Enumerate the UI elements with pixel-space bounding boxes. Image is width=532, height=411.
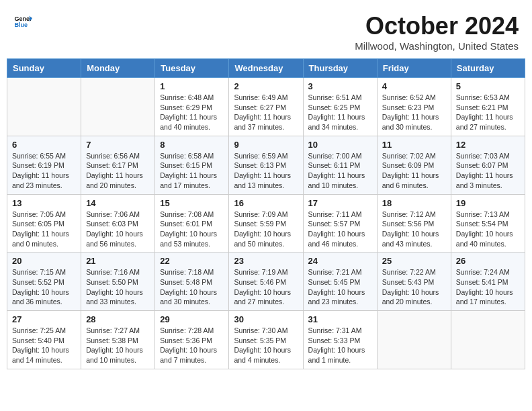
- calendar-cell: 6Sunrise: 6:55 AMSunset: 6:19 PMDaylight…: [7, 136, 81, 194]
- calendar-week-row: 1Sunrise: 6:48 AMSunset: 6:29 PMDaylight…: [7, 78, 525, 136]
- day-info: Sunrise: 7:22 AMSunset: 5:43 PMDaylight:…: [382, 267, 446, 307]
- calendar-cell: 16Sunrise: 7:09 AMSunset: 5:59 PMDayligh…: [229, 194, 303, 253]
- day-number: 15: [160, 198, 224, 208]
- calendar-cell: 26Sunrise: 7:24 AMSunset: 5:41 PMDayligh…: [451, 253, 525, 311]
- calendar-cell: 1Sunrise: 6:48 AMSunset: 6:29 PMDaylight…: [155, 78, 229, 136]
- calendar-cell: 30Sunrise: 7:30 AMSunset: 5:35 PMDayligh…: [229, 311, 303, 369]
- day-number: 30: [234, 314, 298, 324]
- day-number: 4: [382, 81, 446, 91]
- calendar-cell: 25Sunrise: 7:22 AMSunset: 5:43 PMDayligh…: [377, 253, 451, 311]
- day-info: Sunrise: 6:55 AMSunset: 6:19 PMDaylight:…: [12, 151, 76, 191]
- day-info: Sunrise: 7:05 AMSunset: 6:05 PMDaylight:…: [12, 210, 76, 249]
- weekday-header: Saturday: [451, 59, 525, 78]
- day-number: 12: [456, 140, 520, 150]
- day-info: Sunrise: 7:09 AMSunset: 5:59 PMDaylight:…: [234, 210, 298, 249]
- day-info: Sunrise: 7:30 AMSunset: 5:35 PMDaylight:…: [234, 326, 298, 365]
- day-info: Sunrise: 7:02 AMSunset: 6:09 PMDaylight:…: [382, 151, 446, 191]
- day-info: Sunrise: 7:16 AMSunset: 5:50 PMDaylight:…: [86, 267, 150, 307]
- day-number: 10: [308, 140, 372, 150]
- day-info: Sunrise: 6:48 AMSunset: 6:29 PMDaylight:…: [160, 93, 224, 132]
- calendar-cell: 12Sunrise: 7:03 AMSunset: 6:07 PMDayligh…: [451, 136, 525, 194]
- calendar-header-row: SundayMondayTuesdayWednesdayThursdayFrid…: [7, 59, 525, 78]
- month-title: October 2024: [355, 12, 519, 40]
- calendar-week-row: 20Sunrise: 7:15 AMSunset: 5:52 PMDayligh…: [7, 253, 525, 311]
- calendar-cell: [7, 78, 81, 136]
- day-number: 9: [234, 140, 298, 150]
- calendar-cell: 8Sunrise: 6:58 AMSunset: 6:15 PMDaylight…: [155, 136, 229, 194]
- svg-text:Blue: Blue: [14, 21, 28, 28]
- day-number: 27: [12, 314, 76, 324]
- calendar-cell: 17Sunrise: 7:11 AMSunset: 5:57 PMDayligh…: [303, 194, 377, 253]
- day-info: Sunrise: 6:53 AMSunset: 6:21 PMDaylight:…: [456, 93, 520, 132]
- weekday-header: Wednesday: [229, 59, 303, 78]
- calendar-cell: 24Sunrise: 7:21 AMSunset: 5:45 PMDayligh…: [303, 253, 377, 311]
- day-number: 18: [382, 198, 446, 208]
- calendar-cell: 15Sunrise: 7:08 AMSunset: 6:01 PMDayligh…: [155, 194, 229, 253]
- day-number: 13: [12, 198, 76, 208]
- day-number: 28: [86, 314, 150, 324]
- day-info: Sunrise: 7:06 AMSunset: 6:03 PMDaylight:…: [86, 210, 150, 249]
- weekday-header: Monday: [81, 59, 155, 78]
- day-info: Sunrise: 7:19 AMSunset: 5:46 PMDaylight:…: [234, 267, 298, 307]
- calendar-cell: 27Sunrise: 7:25 AMSunset: 5:40 PMDayligh…: [7, 311, 81, 369]
- weekday-header: Sunday: [7, 59, 81, 78]
- calendar-cell: 22Sunrise: 7:18 AMSunset: 5:48 PMDayligh…: [155, 253, 229, 311]
- day-info: Sunrise: 7:15 AMSunset: 5:52 PMDaylight:…: [12, 267, 76, 307]
- day-number: 1: [160, 81, 224, 91]
- calendar-cell: 20Sunrise: 7:15 AMSunset: 5:52 PMDayligh…: [7, 253, 81, 311]
- calendar-cell: [451, 311, 525, 369]
- calendar-week-row: 27Sunrise: 7:25 AMSunset: 5:40 PMDayligh…: [7, 311, 525, 369]
- page-header: General Blue October 2024 Millwood, Wash…: [7, 7, 525, 54]
- calendar-cell: 29Sunrise: 7:28 AMSunset: 5:36 PMDayligh…: [155, 311, 229, 369]
- day-number: 7: [86, 140, 150, 150]
- day-info: Sunrise: 7:00 AMSunset: 6:11 PMDaylight:…: [308, 151, 372, 191]
- weekday-header: Thursday: [303, 59, 377, 78]
- calendar-cell: 11Sunrise: 7:02 AMSunset: 6:09 PMDayligh…: [377, 136, 451, 194]
- logo: General Blue: [13, 12, 32, 31]
- day-info: Sunrise: 7:08 AMSunset: 6:01 PMDaylight:…: [160, 210, 224, 249]
- day-info: Sunrise: 6:49 AMSunset: 6:27 PMDaylight:…: [234, 93, 298, 132]
- day-number: 21: [86, 256, 150, 266]
- calendar-cell: 28Sunrise: 7:27 AMSunset: 5:38 PMDayligh…: [81, 311, 155, 369]
- calendar-cell: 31Sunrise: 7:31 AMSunset: 5:33 PMDayligh…: [303, 311, 377, 369]
- day-number: 24: [308, 256, 372, 266]
- calendar-cell: 13Sunrise: 7:05 AMSunset: 6:05 PMDayligh…: [7, 194, 81, 253]
- day-number: 31: [308, 314, 372, 324]
- day-info: Sunrise: 7:27 AMSunset: 5:38 PMDaylight:…: [86, 326, 150, 365]
- title-block: October 2024 Millwood, Washington, Unite…: [355, 12, 519, 52]
- day-info: Sunrise: 7:28 AMSunset: 5:36 PMDaylight:…: [160, 326, 224, 365]
- day-info: Sunrise: 6:51 AMSunset: 6:25 PMDaylight:…: [308, 93, 372, 132]
- day-number: 29: [160, 314, 224, 324]
- day-info: Sunrise: 7:25 AMSunset: 5:40 PMDaylight:…: [12, 326, 76, 365]
- calendar-cell: 2Sunrise: 6:49 AMSunset: 6:27 PMDaylight…: [229, 78, 303, 136]
- day-info: Sunrise: 7:13 AMSunset: 5:54 PMDaylight:…: [456, 210, 520, 249]
- calendar-cell: 14Sunrise: 7:06 AMSunset: 6:03 PMDayligh…: [81, 194, 155, 253]
- day-number: 16: [234, 198, 298, 208]
- day-number: 23: [234, 256, 298, 266]
- calendar-cell: 10Sunrise: 7:00 AMSunset: 6:11 PMDayligh…: [303, 136, 377, 194]
- day-number: 26: [456, 256, 520, 266]
- day-number: 19: [456, 198, 520, 208]
- day-info: Sunrise: 7:12 AMSunset: 5:56 PMDaylight:…: [382, 210, 446, 249]
- calendar-cell: 19Sunrise: 7:13 AMSunset: 5:54 PMDayligh…: [451, 194, 525, 253]
- day-info: Sunrise: 7:03 AMSunset: 6:07 PMDaylight:…: [456, 151, 520, 191]
- day-number: 8: [160, 140, 224, 150]
- calendar-week-row: 6Sunrise: 6:55 AMSunset: 6:19 PMDaylight…: [7, 136, 525, 194]
- weekday-header: Tuesday: [155, 59, 229, 78]
- day-info: Sunrise: 7:24 AMSunset: 5:41 PMDaylight:…: [456, 267, 520, 307]
- day-info: Sunrise: 6:56 AMSunset: 6:17 PMDaylight:…: [86, 151, 150, 191]
- day-number: 6: [12, 140, 76, 150]
- day-number: 20: [12, 256, 76, 266]
- calendar-cell: [377, 311, 451, 369]
- calendar-cell: 4Sunrise: 6:52 AMSunset: 6:23 PMDaylight…: [377, 78, 451, 136]
- day-number: 25: [382, 256, 446, 266]
- calendar-cell: 3Sunrise: 6:51 AMSunset: 6:25 PMDaylight…: [303, 78, 377, 136]
- calendar-cell: 21Sunrise: 7:16 AMSunset: 5:50 PMDayligh…: [81, 253, 155, 311]
- day-number: 22: [160, 256, 224, 266]
- day-number: 3: [308, 81, 372, 91]
- calendar-cell: 7Sunrise: 6:56 AMSunset: 6:17 PMDaylight…: [81, 136, 155, 194]
- calendar-cell: 18Sunrise: 7:12 AMSunset: 5:56 PMDayligh…: [377, 194, 451, 253]
- calendar-table: SundayMondayTuesdayWednesdayThursdayFrid…: [7, 58, 525, 369]
- day-number: 2: [234, 81, 298, 91]
- logo-icon: General Blue: [13, 12, 32, 31]
